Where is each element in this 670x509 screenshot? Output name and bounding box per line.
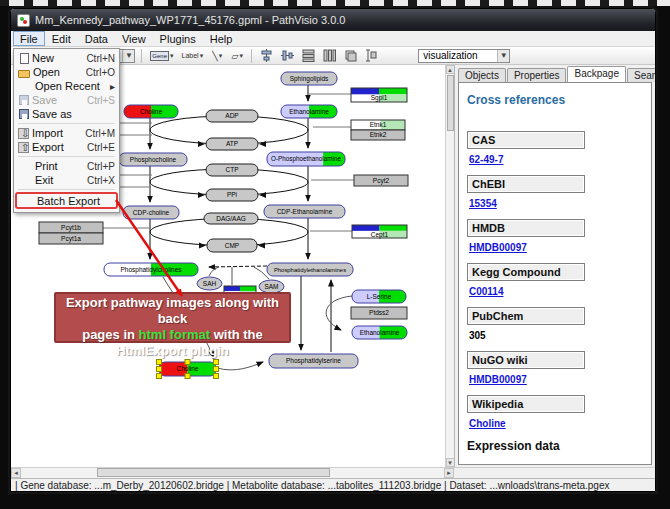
pathway-node-adp[interactable]: ADP [206, 110, 258, 122]
pathvisio-app-icon [17, 14, 30, 27]
menubar-item-file[interactable]: File [13, 31, 45, 46]
canvas-horizontal-scrollbar[interactable]: ◄ ► [11, 468, 454, 478]
selection-handle[interactable] [214, 360, 219, 365]
chevron-down-icon[interactable]: ▼ [497, 50, 509, 62]
tab-objects[interactable]: Objects [458, 68, 506, 82]
menu-item-batch-export[interactable]: Batch Export [15, 192, 118, 209]
menu-item-print[interactable]: PrintCtrl+P [15, 159, 118, 173]
pathway-node-pcyt1a[interactable]: Pcyt1a [39, 233, 103, 244]
svg-text:O-Phosphoethanolamine: O-Phosphoethanolamine [271, 155, 341, 163]
align-middle-button[interactable] [279, 48, 296, 63]
vertical-scroll-thumb[interactable] [447, 75, 454, 131]
selection-handle[interactable] [157, 367, 162, 372]
cross-reference-link[interactable]: HMDB00097 [469, 242, 643, 253]
cross-reference-link[interactable]: Choline [469, 418, 643, 429]
menubar-item-edit[interactable]: Edit [45, 31, 78, 46]
pathway-node-dag-aag[interactable]: DAG/AAG [204, 213, 258, 224]
selection-handle[interactable] [214, 374, 219, 379]
pathway-node-phosphatidylethanolamines[interactable]: Phosphatidylethanolamines [267, 263, 353, 276]
pathway-node-ctp[interactable]: CTP [206, 164, 258, 176]
cross-reference-link[interactable]: 15354 [469, 198, 643, 209]
pathway-node-cdp-ethanolamine[interactable]: CDP-Ethanolamine [264, 205, 345, 218]
menubar-item-data[interactable]: Data [78, 31, 115, 46]
pathway-node-ethanolamine[interactable]: Ethanolamine [281, 105, 337, 118]
menu-item-label: Save as [32, 108, 111, 120]
menu-item-exit[interactable]: ExitCtrl+X [15, 173, 118, 187]
distribute-vertical-button[interactable] [300, 48, 317, 63]
selection-handle[interactable] [185, 360, 190, 365]
pathway-node-pcyt1b[interactable]: Pcyt1b [39, 222, 103, 233]
chevron-down-icon[interactable]: ▾ [219, 52, 223, 60]
pathway-node-choline[interactable]: Choline [157, 360, 219, 379]
shape-icon: ▱ [231, 51, 238, 61]
toolbar-separator [251, 49, 252, 63]
pathway-node-o-phosphoethanolamine[interactable]: O-Phosphoethanolamine [267, 152, 345, 166]
menu-item-open-recent[interactable]: Open Recent▸ [15, 79, 118, 93]
canvas-vertical-scrollbar[interactable]: ▲ ▼ [445, 65, 454, 467]
menu-item-label: Open Recent [35, 80, 106, 92]
pathway-node-pcyt2[interactable]: Pcyt2 [354, 175, 408, 186]
menu-item-save[interactable]: SaveCtrl+S [15, 93, 118, 107]
titlebar[interactable]: Mm_Kennedy_pathway_WP1771_45176.gpml - P… [11, 9, 655, 31]
tab-backpage[interactable]: Backpage [567, 66, 625, 82]
chevron-down-icon[interactable]: ▾ [239, 52, 243, 60]
pathway-node-ethanolamine[interactable]: Ethanolamine [352, 326, 407, 339]
menu-item-new[interactable]: NewCtrl+N [15, 51, 118, 65]
add-gene-button[interactable]: Gene ▾ [148, 48, 175, 63]
pathway-node-etnk2[interactable]: Etnk2 [351, 130, 405, 140]
pathway-node-cmp[interactable]: CMP [207, 239, 257, 252]
toolbar-separator [141, 49, 142, 63]
pathway-node-sah[interactable]: SAH [197, 277, 222, 290]
distribute-horizontal-button[interactable] [321, 48, 338, 63]
selection-handle[interactable] [185, 374, 190, 379]
chevron-down-icon[interactable]: ▼ [122, 50, 134, 62]
cross-reference-link[interactable]: C00114 [469, 286, 643, 297]
backpage-section-kegg-compound: Kegg CompoundC00114 [467, 263, 643, 297]
menu-item-save-as[interactable]: Save as [15, 107, 118, 121]
pathway-node-cdp-choline[interactable]: CDP-choline [123, 206, 179, 219]
tab-search[interactable]: Search [627, 68, 656, 82]
menu-item-open[interactable]: OpenCtrl+O [15, 65, 118, 79]
menubar-item-plugins[interactable]: Plugins [153, 31, 203, 46]
pathway-node-phosphatidylcholines[interactable]: Phosphatidylcholines [104, 263, 198, 276]
selection-handle[interactable] [214, 367, 219, 372]
pathway-node-choline[interactable]: Choline [124, 105, 178, 118]
menu-item-label: Print [35, 160, 83, 172]
draw-line-button[interactable]: ╲ ▾ [209, 48, 225, 63]
pathway-node-phosphocholine[interactable]: Phosphocholine [119, 153, 187, 166]
pathway-node-cept1[interactable]: Cept1 [352, 225, 407, 239]
menu-separator [18, 189, 115, 190]
horizontal-scroll-thumb[interactable] [97, 468, 330, 477]
stack-button[interactable] [342, 48, 359, 63]
menubar-item-help[interactable]: Help [203, 31, 240, 46]
pathway-node-sgpl1[interactable]: Sgpl1 [351, 88, 407, 102]
backpage-sections: CAS62-49-7ChEBI15354HMDBHMDB00097Kegg Co… [467, 131, 643, 429]
menubar-item-view[interactable]: View [115, 31, 153, 46]
scroll-left-icon[interactable]: ◄ [11, 468, 21, 478]
draw-shape-button[interactable]: ▱ ▾ [229, 48, 245, 63]
tab-properties[interactable]: Properties [507, 68, 567, 82]
cross-reference-link[interactable]: 62-49-7 [469, 154, 643, 165]
group-button[interactable] [363, 48, 380, 63]
window-title: Mm_Kennedy_pathway_WP1771_45176.gpml - P… [35, 14, 345, 26]
annotation-callout: Export pathway images along with back pa… [54, 292, 291, 343]
visualization-combobox[interactable]: visualization ▼ [418, 49, 510, 63]
svg-text:Etnk1: Etnk1 [370, 121, 387, 128]
chevron-down-icon[interactable]: ▾ [170, 52, 174, 60]
pathway-node-ptdss2[interactable]: Ptdss2 [351, 307, 407, 319]
cross-reference-link[interactable]: HMDB00097 [469, 374, 643, 385]
pathway-node-etnk1[interactable]: Etnk1 [351, 120, 405, 130]
align-center-button[interactable] [258, 48, 275, 63]
pathway-node-l-serine[interactable]: L-Serine [352, 290, 406, 303]
pathway-node-ppi[interactable]: PPi [206, 189, 258, 201]
pathway-node-sphingolipids[interactable]: Sphingolipids [281, 72, 337, 85]
save-icon [19, 95, 29, 105]
scroll-right-icon[interactable]: ► [444, 468, 454, 478]
selection-handle[interactable] [157, 374, 162, 379]
pathway-node-atp[interactable]: ATP [206, 138, 258, 150]
chevron-down-icon[interactable]: ▾ [200, 52, 204, 60]
selection-handle[interactable] [157, 360, 162, 365]
menu-item-import[interactable]: ImportCtrl+M [15, 126, 118, 140]
add-label-button[interactable]: Label ▾ [180, 48, 206, 63]
menu-item-export[interactable]: ExportCtrl+E [15, 140, 118, 154]
